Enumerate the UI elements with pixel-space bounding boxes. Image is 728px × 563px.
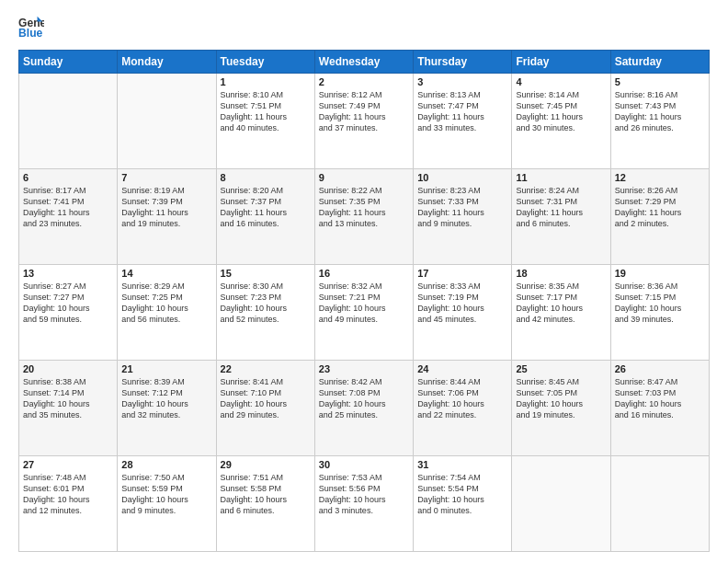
page-header: General Blue	[18, 15, 710, 40]
day-number: 15	[221, 268, 311, 279]
calendar-day-cell: 9Sunrise: 8:22 AM Sunset: 7:35 PM Daylig…	[314, 169, 413, 265]
day-info: Sunrise: 8:36 AM Sunset: 7:15 PM Dayligh…	[615, 281, 705, 326]
day-number: 23	[319, 363, 409, 374]
calendar-day-cell: 15Sunrise: 8:30 AM Sunset: 7:23 PM Dayli…	[216, 265, 314, 361]
day-info: Sunrise: 8:47 AM Sunset: 7:03 PM Dayligh…	[615, 376, 705, 421]
calendar-day-cell	[610, 456, 709, 552]
calendar-day-cell: 16Sunrise: 8:32 AM Sunset: 7:21 PM Dayli…	[314, 265, 413, 361]
day-number: 28	[121, 459, 211, 470]
day-info: Sunrise: 8:44 AM Sunset: 7:06 PM Dayligh…	[417, 376, 507, 421]
calendar-day-cell: 21Sunrise: 8:39 AM Sunset: 7:12 PM Dayli…	[118, 361, 216, 456]
day-header-wednesday: Wednesday	[314, 51, 413, 74]
calendar-day-cell: 24Sunrise: 8:44 AM Sunset: 7:06 PM Dayli…	[414, 361, 512, 456]
svg-text:Blue: Blue	[18, 27, 43, 40]
day-number: 13	[23, 268, 113, 279]
day-header-thursday: Thursday	[414, 51, 512, 74]
day-number: 1	[221, 76, 311, 87]
day-number: 8	[221, 172, 311, 183]
calendar-week-row: 13Sunrise: 8:27 AM Sunset: 7:27 PM Dayli…	[19, 265, 710, 361]
day-number: 20	[23, 363, 113, 374]
calendar-day-cell: 26Sunrise: 8:47 AM Sunset: 7:03 PM Dayli…	[610, 361, 709, 456]
day-number: 9	[319, 172, 409, 183]
day-info: Sunrise: 8:32 AM Sunset: 7:21 PM Dayligh…	[319, 281, 409, 326]
day-number: 6	[23, 172, 113, 183]
day-info: Sunrise: 7:50 AM Sunset: 5:59 PM Dayligh…	[121, 472, 211, 517]
calendar-day-cell: 13Sunrise: 8:27 AM Sunset: 7:27 PM Dayli…	[19, 265, 118, 361]
day-info: Sunrise: 8:17 AM Sunset: 7:41 PM Dayligh…	[23, 185, 113, 230]
calendar-week-row: 20Sunrise: 8:38 AM Sunset: 7:14 PM Dayli…	[19, 361, 710, 456]
calendar-day-cell: 19Sunrise: 8:36 AM Sunset: 7:15 PM Dayli…	[610, 265, 709, 361]
day-info: Sunrise: 8:30 AM Sunset: 7:23 PM Dayligh…	[221, 281, 311, 326]
day-number: 21	[121, 363, 211, 374]
day-header-monday: Monday	[118, 51, 216, 74]
calendar-day-cell: 20Sunrise: 8:38 AM Sunset: 7:14 PM Dayli…	[19, 361, 118, 456]
calendar-day-cell: 11Sunrise: 8:24 AM Sunset: 7:31 PM Dayli…	[512, 169, 610, 265]
day-number: 14	[121, 268, 211, 279]
calendar-day-cell: 22Sunrise: 8:41 AM Sunset: 7:10 PM Dayli…	[216, 361, 314, 456]
day-header-tuesday: Tuesday	[216, 51, 314, 74]
day-number: 22	[221, 363, 311, 374]
calendar-week-row: 1Sunrise: 8:10 AM Sunset: 7:51 PM Daylig…	[19, 74, 710, 169]
day-number: 24	[417, 363, 507, 374]
day-number: 4	[516, 76, 606, 87]
day-number: 3	[417, 76, 507, 87]
day-number: 17	[417, 268, 507, 279]
day-info: Sunrise: 8:10 AM Sunset: 7:51 PM Dayligh…	[221, 89, 311, 134]
day-info: Sunrise: 8:41 AM Sunset: 7:10 PM Dayligh…	[221, 376, 311, 421]
calendar-day-cell: 14Sunrise: 8:29 AM Sunset: 7:25 PM Dayli…	[118, 265, 216, 361]
day-info: Sunrise: 8:27 AM Sunset: 7:27 PM Dayligh…	[23, 281, 113, 326]
day-number: 18	[516, 268, 606, 279]
day-info: Sunrise: 8:29 AM Sunset: 7:25 PM Dayligh…	[121, 281, 211, 326]
calendar-day-cell: 10Sunrise: 8:23 AM Sunset: 7:33 PM Dayli…	[414, 169, 512, 265]
day-number: 26	[615, 363, 705, 374]
day-header-sunday: Sunday	[19, 51, 118, 74]
calendar-day-cell: 28Sunrise: 7:50 AM Sunset: 5:59 PM Dayli…	[118, 456, 216, 552]
day-header-friday: Friday	[512, 51, 610, 74]
day-info: Sunrise: 8:22 AM Sunset: 7:35 PM Dayligh…	[319, 185, 409, 230]
logo-icon: General Blue	[18, 15, 44, 40]
calendar-week-row: 27Sunrise: 7:48 AM Sunset: 6:01 PM Dayli…	[19, 456, 710, 552]
day-info: Sunrise: 8:13 AM Sunset: 7:47 PM Dayligh…	[417, 89, 507, 134]
day-number: 11	[516, 172, 606, 183]
day-info: Sunrise: 8:24 AM Sunset: 7:31 PM Dayligh…	[516, 185, 606, 230]
calendar-day-cell	[19, 74, 118, 169]
calendar-day-cell	[512, 456, 610, 552]
day-info: Sunrise: 8:39 AM Sunset: 7:12 PM Dayligh…	[121, 376, 211, 421]
day-info: Sunrise: 8:45 AM Sunset: 7:05 PM Dayligh…	[516, 376, 606, 421]
day-number: 12	[615, 172, 705, 183]
day-number: 10	[417, 172, 507, 183]
day-number: 29	[221, 459, 311, 470]
calendar-table: SundayMondayTuesdayWednesdayThursdayFrid…	[18, 50, 710, 552]
calendar-day-cell: 31Sunrise: 7:54 AM Sunset: 5:54 PM Dayli…	[414, 456, 512, 552]
day-number: 25	[516, 363, 606, 374]
day-info: Sunrise: 8:35 AM Sunset: 7:17 PM Dayligh…	[516, 281, 606, 326]
calendar-header-row: SundayMondayTuesdayWednesdayThursdayFrid…	[19, 51, 710, 74]
calendar-day-cell: 2Sunrise: 8:12 AM Sunset: 7:49 PM Daylig…	[314, 74, 413, 169]
day-number: 2	[319, 76, 409, 87]
day-info: Sunrise: 8:23 AM Sunset: 7:33 PM Dayligh…	[417, 185, 507, 230]
day-info: Sunrise: 7:53 AM Sunset: 5:56 PM Dayligh…	[319, 472, 409, 517]
calendar-day-cell: 25Sunrise: 8:45 AM Sunset: 7:05 PM Dayli…	[512, 361, 610, 456]
calendar-day-cell: 1Sunrise: 8:10 AM Sunset: 7:51 PM Daylig…	[216, 74, 314, 169]
day-info: Sunrise: 8:26 AM Sunset: 7:29 PM Dayligh…	[615, 185, 705, 230]
calendar-day-cell: 4Sunrise: 8:14 AM Sunset: 7:45 PM Daylig…	[512, 74, 610, 169]
day-info: Sunrise: 8:20 AM Sunset: 7:37 PM Dayligh…	[221, 185, 311, 230]
calendar-day-cell: 30Sunrise: 7:53 AM Sunset: 5:56 PM Dayli…	[314, 456, 413, 552]
calendar-week-row: 6Sunrise: 8:17 AM Sunset: 7:41 PM Daylig…	[19, 169, 710, 265]
day-number: 27	[23, 459, 113, 470]
calendar-day-cell: 18Sunrise: 8:35 AM Sunset: 7:17 PM Dayli…	[512, 265, 610, 361]
calendar-day-cell: 29Sunrise: 7:51 AM Sunset: 5:58 PM Dayli…	[216, 456, 314, 552]
day-info: Sunrise: 7:51 AM Sunset: 5:58 PM Dayligh…	[221, 472, 311, 517]
day-info: Sunrise: 8:42 AM Sunset: 7:08 PM Dayligh…	[319, 376, 409, 421]
calendar-day-cell: 8Sunrise: 8:20 AM Sunset: 7:37 PM Daylig…	[216, 169, 314, 265]
calendar-day-cell: 17Sunrise: 8:33 AM Sunset: 7:19 PM Dayli…	[414, 265, 512, 361]
calendar-day-cell: 7Sunrise: 8:19 AM Sunset: 7:39 PM Daylig…	[118, 169, 216, 265]
day-header-saturday: Saturday	[610, 51, 709, 74]
day-number: 16	[319, 268, 409, 279]
calendar-day-cell: 23Sunrise: 8:42 AM Sunset: 7:08 PM Dayli…	[314, 361, 413, 456]
day-info: Sunrise: 8:14 AM Sunset: 7:45 PM Dayligh…	[516, 89, 606, 134]
calendar-day-cell: 27Sunrise: 7:48 AM Sunset: 6:01 PM Dayli…	[19, 456, 118, 552]
calendar-day-cell: 3Sunrise: 8:13 AM Sunset: 7:47 PM Daylig…	[414, 74, 512, 169]
day-info: Sunrise: 8:12 AM Sunset: 7:49 PM Dayligh…	[319, 89, 409, 134]
day-info: Sunrise: 8:19 AM Sunset: 7:39 PM Dayligh…	[121, 185, 211, 230]
